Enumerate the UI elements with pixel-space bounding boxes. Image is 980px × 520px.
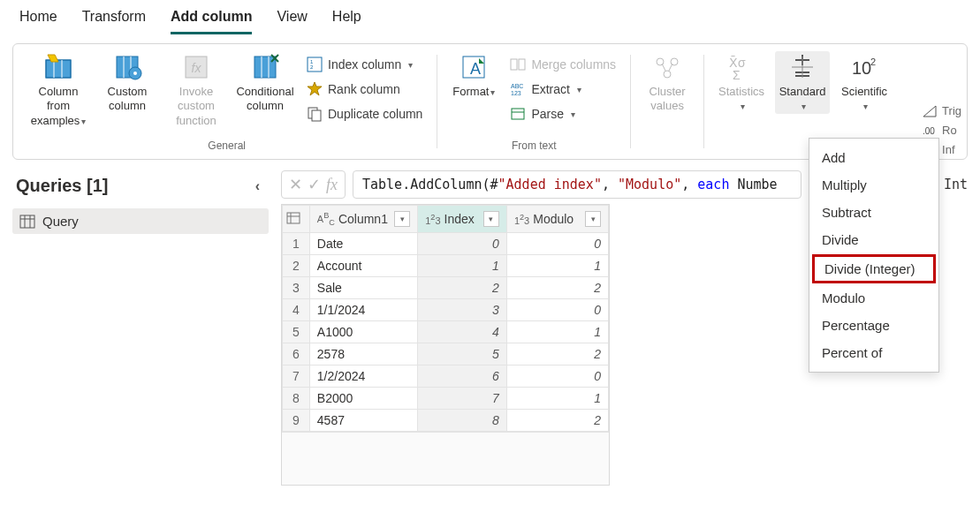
cell-index[interactable]: 4: [418, 321, 507, 343]
text-type-icon: ABC: [317, 211, 335, 227]
svg-text:fx: fx: [192, 61, 202, 75]
cancel-formula-icon[interactable]: ✕: [289, 175, 302, 194]
cell-column1[interactable]: A1000: [309, 321, 417, 343]
column-header-modulo[interactable]: 123Modulo▾: [506, 206, 608, 233]
table-row[interactable]: 1Date00: [283, 233, 609, 255]
cell-column1[interactable]: 4587: [309, 410, 417, 432]
cell-modulo[interactable]: 2: [506, 277, 608, 299]
table-row[interactable]: 3Sale22: [283, 277, 609, 299]
cell-modulo[interactable]: 0: [506, 233, 608, 255]
query-item[interactable]: Query: [12, 208, 269, 234]
dropdown-item-subtract[interactable]: Subtract: [809, 199, 938, 226]
cell-index[interactable]: 2: [418, 277, 507, 299]
fx-icon[interactable]: fx: [326, 176, 338, 194]
label: Standard▾: [779, 85, 826, 114]
dropdown-item-add[interactable]: Add: [809, 144, 938, 171]
table-row[interactable]: 6257852: [283, 343, 609, 366]
collapse-queries-icon[interactable]: ‹: [255, 178, 260, 194]
cell-column1[interactable]: Date: [309, 233, 417, 255]
tab-transform[interactable]: Transform: [82, 9, 146, 34]
cell-modulo[interactable]: 1: [506, 321, 608, 343]
scientific-button[interactable]: 102 Scientific▾: [837, 51, 892, 114]
svg-rect-22: [312, 110, 321, 121]
column-header-column1[interactable]: ABCColumn1▾: [309, 206, 417, 233]
tab-view[interactable]: View: [277, 9, 307, 34]
cell-modulo[interactable]: 2: [506, 410, 608, 432]
label: Custom column: [98, 85, 156, 114]
row-number: 8: [283, 388, 310, 410]
table-row[interactable]: 41/1/202430: [283, 299, 609, 321]
index-column-button[interactable]: 12 Index column▾: [303, 55, 426, 74]
scientific-icon: 102: [848, 53, 880, 81]
dropdown-item-percent-of[interactable]: Percent of: [809, 339, 938, 366]
cell-modulo[interactable]: 1: [506, 255, 608, 277]
rounding-button[interactable]: .00Ro: [923, 124, 961, 137]
svg-point-9: [133, 72, 137, 75]
svg-text:Σ: Σ: [733, 68, 741, 81]
svg-text:ABC: ABC: [511, 83, 523, 89]
label: Index column: [328, 57, 401, 72]
cell-column1[interactable]: 2578: [309, 343, 417, 366]
queries-pane: Queries [1] ‹ Query: [12, 170, 269, 486]
standard-button[interactable]: Standard▾: [775, 51, 830, 114]
cell-modulo[interactable]: 2: [506, 343, 608, 366]
cell-modulo[interactable]: 0: [506, 299, 608, 321]
data-grid: ABCColumn1▾ 123Index▾ 123Modulo▾ 1Date00…: [281, 204, 610, 486]
column-header-index[interactable]: 123Index▾: [418, 206, 507, 233]
cell-index[interactable]: 8: [418, 410, 507, 432]
cell-column1[interactable]: B2000: [309, 388, 417, 410]
cell-column1[interactable]: Sale: [309, 277, 417, 299]
number-type-icon: 123: [514, 213, 529, 226]
cell-index[interactable]: 5: [418, 343, 507, 366]
conditional-column-button[interactable]: Conditional column: [234, 51, 296, 114]
filter-dropdown-icon[interactable]: ▾: [394, 211, 410, 227]
svg-rect-0: [46, 60, 71, 78]
cell-index[interactable]: 6: [418, 366, 507, 388]
cell-column1[interactable]: Account: [309, 255, 417, 277]
extract-button[interactable]: ABC123 Extract▾: [506, 79, 619, 99]
table-row[interactable]: 71/2/202460: [283, 366, 609, 388]
select-all-corner[interactable]: [283, 206, 310, 233]
label: Scientific▾: [841, 85, 887, 114]
table-row[interactable]: 8B200071: [283, 388, 609, 410]
duplicate-column-button[interactable]: Duplicate column: [303, 104, 426, 124]
cell-modulo[interactable]: 0: [506, 366, 608, 388]
rank-column-button[interactable]: Rank column: [303, 79, 426, 99]
filter-dropdown-icon[interactable]: ▾: [585, 211, 601, 227]
table-row[interactable]: 9458782: [283, 410, 609, 432]
group-fromtext-label: From text: [448, 139, 619, 152]
trig-button[interactable]: Trig: [923, 104, 961, 117]
formula-bar[interactable]: Table.AddColumn(#"Added index", "Modulo"…: [353, 170, 801, 199]
dropdown-item-divide[interactable]: Divide: [809, 226, 938, 253]
cell-modulo[interactable]: 1: [506, 388, 608, 410]
format-button[interactable]: A Format▾: [448, 51, 499, 99]
dropdown-item-divide-integer-[interactable]: Divide (Integer): [812, 254, 936, 283]
query-name: Query: [42, 214, 79, 229]
cell-index[interactable]: 1: [418, 255, 507, 277]
tab-add-column[interactable]: Add column: [171, 9, 252, 34]
table-row[interactable]: 2Account11: [283, 255, 609, 277]
table-row[interactable]: 5A100041: [283, 321, 609, 343]
svg-point-33: [664, 71, 671, 78]
cell-index[interactable]: 7: [418, 388, 507, 410]
queries-header: Queries [1]: [16, 176, 108, 196]
row-number: 4: [283, 299, 310, 321]
cell-column1[interactable]: 1/2/2024: [309, 366, 417, 388]
column-from-examples-button[interactable]: Column from examples▾: [27, 51, 89, 128]
dropdown-item-multiply[interactable]: Multiply: [809, 171, 938, 199]
filter-dropdown-icon[interactable]: ▾: [483, 211, 499, 227]
label: Parse: [531, 107, 564, 121]
custom-column-button[interactable]: Custom column: [96, 51, 158, 114]
accept-formula-icon[interactable]: ✓: [308, 175, 321, 194]
extract-icon: ABC123: [510, 81, 526, 97]
tab-home[interactable]: Home: [19, 9, 57, 34]
dropdown-item-percentage[interactable]: Percentage: [809, 312, 938, 339]
parse-button[interactable]: Parse▾: [506, 104, 619, 124]
dropdown-item-modulo[interactable]: Modulo: [809, 284, 938, 312]
cell-index[interactable]: 0: [418, 233, 507, 255]
tab-help[interactable]: Help: [332, 9, 361, 34]
label: Merge columns: [531, 57, 616, 72]
cell-index[interactable]: 3: [418, 299, 507, 321]
column-examples-icon: [42, 53, 74, 81]
cell-column1[interactable]: 1/1/2024: [309, 299, 417, 321]
